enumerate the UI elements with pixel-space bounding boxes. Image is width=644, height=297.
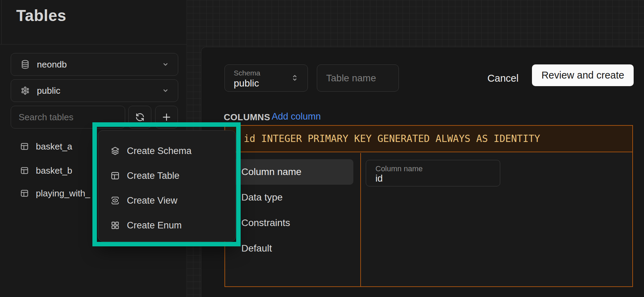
chevron-down-icon bbox=[161, 86, 170, 95]
nav-item-constraints[interactable]: Constraints bbox=[231, 210, 353, 236]
table-icon bbox=[20, 166, 29, 175]
schema-select-value: public bbox=[234, 78, 259, 89]
menu-item-label: Create Enum bbox=[127, 220, 182, 231]
unfold-chevrons-icon bbox=[290, 72, 300, 84]
table-name-label: basket_b bbox=[36, 165, 72, 176]
table-name-field-wrap bbox=[317, 64, 399, 92]
schema-icon bbox=[20, 85, 30, 96]
column-editor: id INTEGER PRIMARY KEY GENERATED ALWAYS … bbox=[224, 125, 633, 287]
menu-item-create-enum[interactable]: Create Enum bbox=[98, 213, 235, 238]
refresh-button[interactable] bbox=[128, 106, 151, 129]
chevron-down-icon bbox=[161, 60, 170, 69]
nav-item-column-name[interactable]: Column name bbox=[231, 159, 353, 185]
nav-item-data-type[interactable]: Data type bbox=[231, 185, 353, 210]
column-settings-nav: Column name Data type Constraints Defaul… bbox=[231, 159, 353, 261]
sidebar-edge-line bbox=[1, 0, 2, 44]
column-name-field-label: Column name bbox=[375, 164, 423, 173]
schema-sidebar-select-value: public bbox=[37, 85, 161, 96]
column-name-field-value: id bbox=[375, 173, 383, 184]
add-column-link[interactable]: Add column bbox=[272, 111, 321, 122]
create-table-panel: Schema public Cancel Review and create C… bbox=[201, 47, 644, 297]
create-dropdown-menu: Create Schema Create Table Create View bbox=[98, 130, 236, 242]
search-row bbox=[11, 106, 178, 129]
menu-item-create-view[interactable]: Create View bbox=[98, 188, 235, 213]
refresh-icon bbox=[135, 112, 145, 122]
database-icon bbox=[20, 59, 30, 70]
menu-item-create-schema[interactable]: Create Schema bbox=[98, 139, 235, 163]
review-and-create-button[interactable]: Review and create bbox=[532, 64, 634, 86]
column-name-field[interactable]: Column name id bbox=[366, 160, 500, 186]
table-icon bbox=[20, 188, 29, 198]
table-icon bbox=[110, 171, 120, 181]
layers-icon bbox=[110, 146, 120, 156]
menu-item-label: Create Table bbox=[127, 171, 180, 181]
page-title: Tables bbox=[16, 6, 66, 25]
grid-icon bbox=[110, 220, 120, 231]
sql-preview-text: id INTEGER PRIMARY KEY GENERATED ALWAYS … bbox=[244, 133, 540, 144]
database-select-value: neondb bbox=[37, 59, 161, 70]
cancel-button[interactable]: Cancel bbox=[481, 68, 525, 89]
columns-heading: COLUMNS bbox=[224, 112, 270, 123]
search-tables-input[interactable] bbox=[11, 106, 125, 129]
schema-select-label: Schema bbox=[234, 69, 260, 77]
create-new-button[interactable] bbox=[155, 106, 178, 129]
menu-item-label: Create View bbox=[127, 195, 178, 206]
view-eye-icon bbox=[110, 195, 120, 206]
menu-item-label: Create Schema bbox=[127, 146, 192, 156]
tables-page: Schema public Cancel Review and create C… bbox=[0, 0, 644, 297]
menu-item-create-table[interactable]: Create Table bbox=[98, 163, 235, 188]
nav-item-default[interactable]: Default bbox=[231, 236, 353, 261]
sidebar-divider bbox=[0, 44, 187, 44]
table-name-label: playing_with_ bbox=[36, 188, 90, 199]
editor-divider bbox=[360, 153, 361, 287]
plus-icon bbox=[161, 112, 172, 123]
table-name-label: basket_a bbox=[36, 141, 72, 152]
table-icon bbox=[20, 142, 29, 151]
table-name-input[interactable] bbox=[317, 65, 399, 91]
schema-sidebar-select[interactable]: public bbox=[11, 79, 178, 102]
sql-preview-banner: id INTEGER PRIMARY KEY GENERATED ALWAYS … bbox=[225, 126, 632, 152]
database-select[interactable]: neondb bbox=[11, 53, 178, 76]
schema-select[interactable]: Schema public bbox=[224, 64, 308, 92]
